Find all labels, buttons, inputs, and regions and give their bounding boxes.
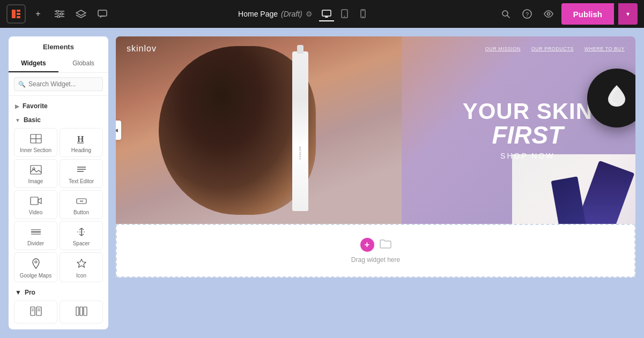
hero-product-image [512, 154, 635, 224]
nav-link-where[interactable]: WHERE TO BUY [584, 46, 625, 51]
help-icon[interactable]: ? [519, 5, 536, 22]
pro-arrow-icon: ▼ [15, 289, 21, 296]
svg-point-13 [344, 16, 345, 17]
maps-icon [31, 258, 41, 271]
publish-dropdown-button[interactable]: ▾ [618, 3, 638, 25]
svg-text:?: ? [525, 11, 529, 18]
inner-section-icon [30, 134, 42, 145]
icon-widget-icon [76, 258, 87, 271]
search-input[interactable] [14, 77, 103, 91]
widget-inner-section[interactable]: Inner Section [14, 128, 57, 157]
device-switcher [319, 6, 371, 21]
svg-point-8 [61, 13, 63, 15]
heading-icon: H [76, 134, 87, 145]
nav-link-products[interactable]: OUR PRODUCTS [531, 46, 574, 51]
button-icon [76, 196, 87, 207]
svg-point-16 [362, 16, 364, 17]
widget-divider[interactable]: Divider [14, 221, 57, 250]
basic-label: Basic [24, 116, 41, 124]
drop-plus-icon[interactable]: + [360, 238, 374, 252]
svg-rect-49 [84, 307, 87, 316]
tab-widgets[interactable]: Widgets [9, 55, 58, 72]
hero-title-line2: FIRST [463, 123, 593, 147]
drop-folder-icon [380, 239, 391, 251]
page-title: skinlov Home Page (Draft) ⚙ [238, 10, 313, 18]
svg-point-9 [57, 16, 60, 18]
widget-google-maps[interactable]: Goolge Maps [14, 252, 57, 282]
device-desktop-btn[interactable] [319, 6, 334, 21]
sidebar-content: ▶ Favorite ▼ Basic [9, 96, 108, 329]
hero-bottle: skinlov [292, 51, 308, 211]
widget-video[interactable]: Video [14, 190, 57, 219]
widget-search-bar: 🔍 [9, 73, 108, 96]
floating-droplet-badge [587, 69, 635, 127]
collapse-sidebar-handle[interactable]: ◀ [116, 121, 121, 140]
pro-widget-2[interactable] [60, 301, 103, 324]
button-label: Button [73, 209, 89, 215]
elementor-logo[interactable] [6, 4, 26, 24]
page-title-text: Home Page [238, 10, 278, 18]
add-button[interactable]: + [29, 5, 47, 23]
text-editor-icon [76, 165, 87, 176]
search-top-icon[interactable] [497, 5, 514, 22]
widget-spacer[interactable]: Spacer [60, 221, 103, 250]
filters-icon[interactable] [50, 5, 69, 23]
pro-widget-1[interactable] [14, 301, 57, 324]
preview-icon[interactable] [540, 5, 557, 22]
sidebar-title: Elements [9, 36, 108, 51]
canvas-scroll: skinlov skinlov OUR MISSION OUR PRODUCTS… [116, 36, 635, 329]
maps-label: Goolge Maps [20, 273, 51, 279]
widget-icon[interactable]: Icon [60, 252, 103, 282]
nav-link-mission[interactable]: OUR MISSION [485, 46, 521, 51]
svg-rect-41 [31, 307, 35, 316]
svg-point-39 [35, 261, 37, 263]
svg-rect-31 [31, 197, 38, 205]
widget-image[interactable]: Image [14, 159, 57, 188]
drop-zone[interactable]: + Drag widget here [116, 224, 635, 277]
svg-marker-40 [77, 259, 86, 267]
svg-rect-10 [98, 10, 107, 16]
drop-zone-icons: + [360, 238, 391, 252]
hero-nav: skinlov OUR MISSION OUR PRODUCTS WHERE T… [116, 36, 635, 61]
page-draft-status: (Draft) [281, 10, 302, 18]
section-pro[interactable]: ▼ Pro [9, 284, 108, 298]
tab-globals[interactable]: Globals [58, 55, 108, 72]
hero-person-photo [116, 36, 402, 224]
drop-zone-label: Drag widget here [351, 256, 400, 264]
device-tablet-btn[interactable] [337, 6, 352, 21]
layers-icon[interactable] [72, 5, 90, 23]
topbar-left: + [6, 4, 112, 24]
svg-text:H: H [77, 134, 84, 144]
chevron-down-icon: ▾ [626, 10, 630, 18]
widget-heading[interactable]: H Heading [60, 128, 103, 157]
svg-rect-11 [322, 10, 331, 16]
svg-rect-48 [80, 307, 83, 316]
image-label: Image [28, 178, 43, 184]
hero-section: skinlov skinlov OUR MISSION OUR PRODUCTS… [116, 36, 635, 224]
comments-icon[interactable] [93, 5, 112, 23]
publish-button[interactable]: Publish [561, 3, 614, 25]
hero-cta[interactable]: SHOP NOW [463, 152, 593, 160]
widget-button[interactable]: Button [60, 190, 103, 219]
text-editor-label: Text Editor [69, 178, 94, 184]
pro-widgets-grid [9, 298, 108, 328]
sidebar-tabs: Widgets Globals [9, 55, 108, 73]
sidebar: Elements Widgets Globals 🔍 ▶ Favorite ▼ … [9, 36, 108, 329]
svg-rect-0 [12, 10, 16, 18]
topbar-right: ? Publish ▾ [497, 3, 638, 25]
heading-label: Heading [71, 147, 91, 153]
page-settings-icon[interactable]: ⚙ [306, 10, 313, 18]
widget-text-editor[interactable]: Text Editor [60, 159, 103, 188]
hero-content: YOUR SKIN FIRST SHOP NOW [463, 100, 593, 160]
image-icon [30, 165, 42, 176]
favorite-arrow-icon: ▶ [15, 103, 19, 109]
hero-background [116, 36, 402, 224]
svg-rect-3 [17, 16, 20, 18]
hero-brand-logo: skinlov [127, 44, 157, 54]
device-mobile-btn[interactable] [356, 6, 371, 21]
basic-widgets-grid: Inner Section H Heading [9, 126, 108, 284]
spacer-icon [76, 227, 87, 238]
section-favorite[interactable]: ▶ Favorite [9, 98, 108, 112]
section-basic[interactable]: ▼ Basic [9, 112, 108, 126]
svg-rect-47 [76, 307, 79, 316]
